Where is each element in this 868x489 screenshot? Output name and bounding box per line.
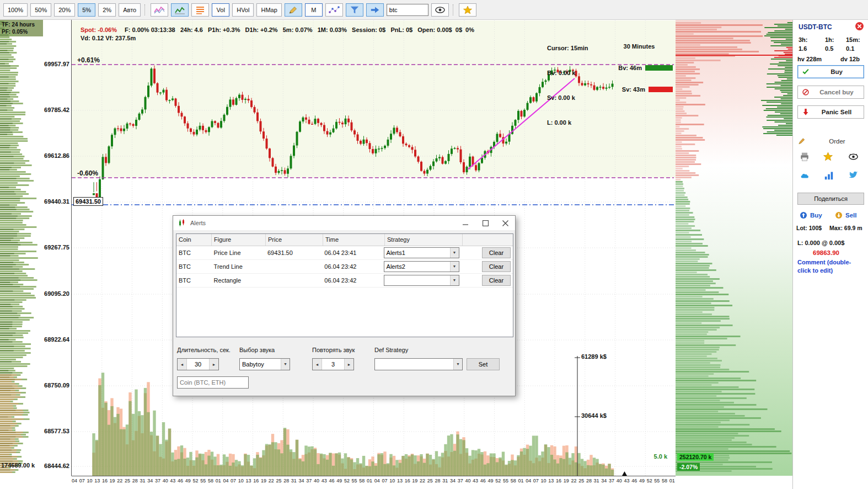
cancel-buy-button[interactable]: Cancel buy bbox=[797, 86, 864, 99]
sound-label: Выбор звука bbox=[239, 347, 275, 353]
sell-link[interactable]: Sell bbox=[835, 211, 856, 219]
time-label: 31 bbox=[291, 478, 297, 486]
def-strategy-dropdown[interactable]: ▼ bbox=[374, 358, 463, 370]
toolbar-separator bbox=[144, 4, 147, 15]
pencil-icon[interactable] bbox=[285, 3, 302, 17]
zoom-5-button[interactable]: 5% bbox=[78, 3, 95, 17]
printer-icon[interactable] bbox=[800, 152, 810, 164]
price-label: 68577.53 bbox=[44, 428, 69, 434]
alerts-dialog-titlebar[interactable]: Alerts bbox=[173, 216, 515, 230]
time-label: 28 bbox=[283, 478, 289, 486]
filter-icon[interactable] bbox=[346, 3, 363, 17]
minimize-button[interactable] bbox=[456, 216, 475, 230]
eye-icon[interactable] bbox=[848, 152, 859, 164]
eye-icon[interactable] bbox=[431, 3, 449, 17]
buy-volume-swatch bbox=[645, 65, 673, 71]
time-label: 46 bbox=[329, 478, 334, 486]
time-axis[interactable]: 0407101316192225283134374043464952555801… bbox=[72, 478, 676, 486]
info-line: Spot: -0.06%F: 0.00% 03:13:38 24h: 4.6 P… bbox=[81, 26, 474, 33]
clear-button[interactable]: Clear bbox=[482, 261, 511, 272]
sell-volume-swatch bbox=[649, 87, 673, 92]
alerts-dialog[interactable]: Alerts Coin Figure Price Time Strategy B… bbox=[173, 215, 516, 396]
order-section-header[interactable]: Order bbox=[797, 137, 864, 145]
strategy-dropdown[interactable]: Alerts1▼ bbox=[384, 247, 459, 258]
buy-link[interactable]: Buy bbox=[800, 211, 822, 219]
panic-sell-button[interactable]: Panic Sell bbox=[797, 105, 864, 119]
zoom-50-button[interactable]: 50% bbox=[30, 3, 51, 17]
stepper-up-icon[interactable]: ► bbox=[344, 359, 353, 370]
arrow-right-icon[interactable] bbox=[366, 3, 384, 17]
time-label: 04 bbox=[526, 478, 531, 486]
coin-input[interactable] bbox=[177, 376, 249, 389]
scatter-icon[interactable] bbox=[325, 3, 343, 17]
period-15m-label: 15m: bbox=[846, 36, 860, 43]
comment-field[interactable]: Comment (double-click to edit) bbox=[797, 258, 862, 275]
time-label: 37 bbox=[609, 478, 614, 486]
cloud-icon[interactable] bbox=[800, 171, 811, 182]
repeat-stepper[interactable]: ◄ 3 ► bbox=[312, 358, 354, 370]
green-chart-icon[interactable] bbox=[171, 3, 189, 17]
strategy-dropdown[interactable]: Alerts2▼ bbox=[384, 261, 459, 272]
no-entry-icon bbox=[802, 88, 810, 96]
time-label: 22 bbox=[420, 478, 425, 486]
hmap-button[interactable]: HMap bbox=[256, 3, 281, 17]
clear-button[interactable]: Clear bbox=[482, 275, 511, 286]
orange-lines-icon[interactable] bbox=[191, 3, 209, 17]
twitter-icon[interactable] bbox=[847, 169, 859, 182]
sound-dropdown[interactable]: Babytoy▼ bbox=[239, 358, 290, 370]
star-icon[interactable] bbox=[459, 3, 476, 17]
multiline-chart-icon[interactable] bbox=[151, 3, 168, 17]
duration-stepper[interactable]: ◄ 30 ► bbox=[177, 358, 219, 370]
time-label: 07 bbox=[231, 478, 236, 486]
buy-button[interactable]: Buy bbox=[797, 65, 864, 78]
time-label: 01 bbox=[669, 478, 675, 486]
period-15m-value: 0.1 bbox=[846, 45, 854, 52]
share-button[interactable]: Поделиться bbox=[797, 193, 864, 205]
close-panel-icon[interactable] bbox=[855, 22, 864, 33]
time-label: 28 bbox=[132, 478, 138, 486]
time-label: 55 bbox=[352, 478, 357, 486]
time-label: 40 bbox=[465, 478, 470, 486]
time-label: 13 bbox=[548, 478, 554, 486]
price-label: 69267.75 bbox=[44, 244, 69, 251]
price-alert-label[interactable]: 69431.50 bbox=[73, 197, 103, 206]
volume-scale-top: 61289 k$ bbox=[581, 353, 607, 360]
clear-button[interactable]: Clear bbox=[482, 247, 511, 258]
m-button[interactable]: M bbox=[305, 3, 323, 17]
lower-band-label: -0.60% bbox=[77, 169, 98, 177]
set-button[interactable]: Set bbox=[467, 358, 500, 370]
strategy-dropdown[interactable]: ▼ bbox=[384, 275, 459, 286]
time-label: 55 bbox=[200, 478, 206, 486]
time-label: 22 bbox=[117, 478, 122, 486]
zoom-2-button[interactable]: 2% bbox=[98, 3, 116, 17]
time-label: 28 bbox=[586, 478, 592, 486]
time-label: 34 bbox=[147, 478, 153, 486]
close-button[interactable] bbox=[495, 216, 515, 230]
cursor-sv: Sv: 0.00 k bbox=[547, 94, 588, 102]
time-label: 19 bbox=[110, 478, 115, 486]
price-label: 69440.31 bbox=[44, 198, 69, 205]
check-icon bbox=[802, 68, 810, 76]
vol-button[interactable]: Vol bbox=[212, 3, 229, 17]
zoom-100-button[interactable]: 100% bbox=[3, 3, 28, 17]
stepper-down-icon[interactable]: ◄ bbox=[313, 359, 322, 370]
symbol-search-input[interactable] bbox=[387, 4, 428, 16]
last-volume-label: 5.0 k bbox=[633, 453, 667, 460]
star-icon[interactable] bbox=[823, 151, 833, 164]
alert-row[interactable]: BTC Price Line 69431.50 06.04 23:41 Aler… bbox=[176, 246, 513, 260]
time-label: 46 bbox=[178, 478, 183, 486]
stats-bars-icon[interactable] bbox=[824, 171, 834, 182]
zoom-auto-button[interactable]: Авто bbox=[119, 3, 141, 17]
alert-row[interactable]: BTC Trend Line 06.04 23:42 Alerts2▼ Clea… bbox=[176, 260, 513, 274]
time-label: 58 bbox=[359, 478, 365, 486]
time-label: 25 bbox=[125, 478, 130, 486]
hvol-button[interactable]: HVol bbox=[232, 3, 254, 17]
maximize-button[interactable] bbox=[475, 216, 495, 230]
period-1h-value: 0.5 bbox=[825, 45, 833, 52]
stepper-up-icon[interactable]: ► bbox=[209, 359, 218, 370]
stepper-down-icon[interactable]: ◄ bbox=[178, 359, 187, 370]
alert-row[interactable]: BTC Rectangle 06.04 23:42 ▼ Clear bbox=[176, 274, 513, 288]
price-axis[interactable]: 69957.9769785.4269612.8669440.3169267.75… bbox=[42, 20, 71, 476]
max-label: Max: 69.9 m bbox=[829, 225, 862, 231]
zoom-20-button[interactable]: 20% bbox=[54, 3, 75, 17]
